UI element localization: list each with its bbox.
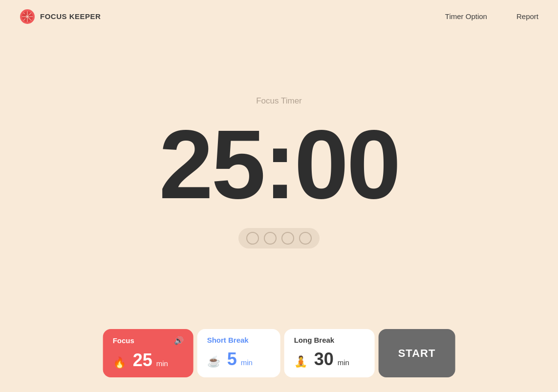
- long-break-card[interactable]: Long Break 🧘 30 min: [284, 329, 375, 377]
- nav-report[interactable]: Report: [516, 12, 538, 21]
- nav-timer-option[interactable]: Timer Option: [445, 12, 487, 21]
- short-break-min-label: min: [241, 358, 253, 367]
- pomodoro-dots-container: [238, 228, 320, 248]
- logo: FOCUS KEEPER: [20, 9, 101, 24]
- svg-point-7: [29, 15, 30, 16]
- short-break-card-title: Short Break: [207, 336, 249, 344]
- start-button[interactable]: START: [379, 329, 455, 377]
- main-nav: Timer Option Report: [445, 12, 538, 21]
- long-break-card-body: 🧘 30 min: [294, 349, 365, 370]
- bottom-bar: Focus 🔊 🔥 25 min Short Break ☕ 5 min Lon…: [103, 329, 455, 377]
- focus-minutes: 25: [133, 350, 152, 371]
- long-break-icon: 🧘: [294, 355, 307, 368]
- timer-label: Focus Timer: [256, 96, 302, 106]
- short-break-card-body: ☕ 5 min: [207, 349, 271, 370]
- focus-card-header: Focus 🔊: [113, 336, 184, 345]
- long-break-min-label: min: [338, 358, 349, 367]
- pomodoro-dot-2: [264, 232, 277, 245]
- focus-icon: 🔥: [113, 356, 126, 369]
- svg-point-8: [25, 18, 27, 19]
- timer-display: 25:00: [159, 116, 399, 213]
- main-content: Focus Timer 25:00: [0, 33, 558, 248]
- short-break-minutes: 5: [227, 349, 237, 370]
- logo-text: FOCUS KEEPER: [40, 12, 101, 21]
- focus-card-body: 🔥 25 min: [113, 350, 184, 371]
- svg-point-6: [24, 14, 26, 16]
- short-break-icon: ☕: [207, 355, 220, 368]
- pomodoro-dot-3: [281, 232, 294, 245]
- short-break-card[interactable]: Short Break ☕ 5 min: [197, 329, 280, 377]
- pomodoro-dot-4: [299, 232, 312, 245]
- long-break-card-title: Long Break: [294, 336, 335, 344]
- focus-min-label: min: [156, 359, 168, 368]
- logo-icon: [20, 9, 35, 24]
- focus-card-title: Focus: [113, 336, 134, 345]
- focus-card[interactable]: Focus 🔊 🔥 25 min: [103, 329, 193, 377]
- pomodoro-dot-1: [246, 232, 259, 245]
- long-break-card-header: Long Break: [294, 336, 365, 344]
- app-header: FOCUS KEEPER Timer Option Report: [0, 0, 558, 33]
- short-break-card-header: Short Break: [207, 336, 271, 344]
- long-break-minutes: 30: [314, 349, 334, 370]
- sound-icon[interactable]: 🔊: [174, 336, 184, 345]
